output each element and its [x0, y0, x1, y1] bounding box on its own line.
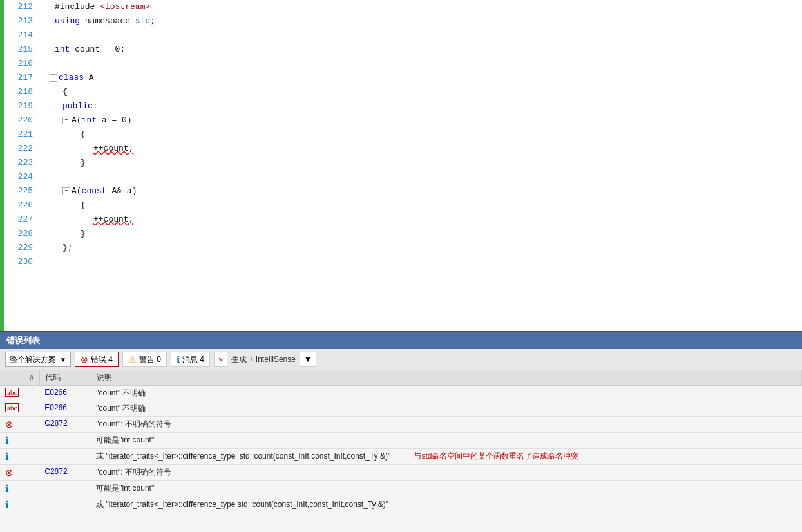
info-circle-icon: ℹ — [5, 435, 9, 446]
annotation-text: 与std命名空间中的某个函数重名了造成命名冲突 — [414, 451, 578, 461]
code-line-228: } — [44, 227, 802, 241]
col-header-code: 代码 — [39, 370, 91, 386]
table-row[interactable]: ⊗ C2872 "count": 不明确的符号 — [0, 465, 802, 481]
row-code-cell: E0266 — [39, 401, 91, 417]
col-header-icon — [0, 370, 24, 386]
line-numbers: 212 213 214 215 216 217 218 219 220 221 … — [4, 0, 39, 331]
row-icon-cell: abc — [0, 401, 24, 417]
row-desc-cell: "count": 不明确的符号 — [91, 417, 801, 433]
code-line-226: { — [44, 198, 802, 213]
row-num-cell — [24, 465, 39, 481]
row-num-cell — [24, 417, 39, 433]
row-desc-cell: "count" 不明确 — [91, 386, 801, 401]
table-header-row: # 代码 说明 — [0, 370, 802, 386]
row-desc-cell: "count": 不明确的符号 — [91, 465, 801, 481]
table-row-sub1: ℹ 可能是"int count" — [0, 433, 802, 449]
code-line-229: }; — [44, 241, 802, 255]
col-header-desc: 说明 — [91, 370, 801, 386]
clear-button[interactable]: ✕ — [214, 352, 227, 367]
code-line-230 — [44, 255, 802, 269]
table-row[interactable]: ⊗ C2872 "count": 不明确的符号 — [0, 417, 802, 433]
row-num-cell — [24, 386, 39, 401]
collapse-217[interactable]: − — [50, 74, 57, 82]
code-line-220: − A(int a = 0) — [44, 113, 802, 128]
scope-selector[interactable]: 整个解决方案 ▼ — [5, 352, 71, 367]
build-dropdown[interactable]: ▼ — [300, 352, 316, 367]
code-line-218: { — [44, 85, 802, 99]
row-icon-cell: ⊗ — [0, 417, 24, 433]
info-circle-icon4: ℹ — [5, 499, 9, 510]
code-line-214 — [44, 28, 802, 43]
abc-icon: abc — [5, 403, 19, 412]
row-icon-cell: ℹ — [0, 481, 24, 497]
row-num-cell — [24, 481, 39, 497]
row-icon-cell: ℹ — [0, 449, 24, 465]
error-icon: ⊗ — [81, 354, 88, 365]
code-editor: 212 213 214 215 216 217 218 219 220 221 … — [0, 0, 802, 332]
error-panel-title: 错误列表 — [0, 332, 802, 349]
row-icon-cell: ℹ — [0, 497, 24, 513]
build-dropdown-arrow: ▼ — [304, 355, 312, 364]
collapse-220[interactable]: − — [62, 117, 70, 124]
row-num-cell — [24, 449, 39, 465]
row-code-cell — [39, 497, 91, 513]
code-line-222: ++count; — [44, 142, 802, 156]
row-num-cell — [24, 497, 39, 513]
code-line-213: using namespace std; — [44, 14, 802, 28]
row-code-cell — [39, 481, 91, 497]
row-code-cell: E0266 — [39, 386, 91, 401]
row-code-cell — [39, 449, 91, 465]
info-icon: ℹ — [177, 354, 180, 365]
abc-icon: abc — [5, 388, 19, 397]
code-line-216 — [44, 57, 802, 71]
row-desc-cell: 或 "iterator_traits<_Iter>::difference_ty… — [91, 449, 801, 465]
row-desc-cell: 可能是"int count" — [91, 433, 801, 449]
table-row-sub4: ℹ 或 "iterator_traits<_Iter>::difference_… — [0, 497, 802, 513]
code-line-217: − class A — [44, 71, 802, 85]
row-icon-cell: ℹ — [0, 433, 24, 449]
code-line-221: { — [44, 128, 802, 142]
build-label: 生成 + IntelliSense — [231, 354, 296, 365]
code-content: #include <iostream> using namespace std;… — [39, 0, 802, 331]
error-toolbar: 整个解决方案 ▼ ⊗ 错误 4 ⚠ 警告 0 ℹ 消息 4 ✕ — [0, 349, 802, 370]
highlighted-code: std::count(const_InIt,const_InIt,const_T… — [238, 451, 392, 461]
info-circle-icon3: ℹ — [5, 483, 9, 494]
code-line-219: public: — [44, 99, 802, 113]
col-header-num: # — [24, 370, 39, 386]
row-desc-cell: 可能是"int count" — [91, 481, 801, 497]
code-line-225: − A(const A& a) — [44, 184, 802, 198]
table-row[interactable]: abc E0266 "count" 不明确 — [0, 386, 802, 401]
table-row-sub3: ℹ 可能是"int count" — [0, 481, 802, 497]
code-line-215: int count = 0; — [44, 43, 802, 57]
scope-dropdown-arrow: ▼ — [60, 356, 66, 363]
info-filter-button[interactable]: ℹ 消息 4 — [171, 352, 210, 367]
info-circle-icon2: ℹ — [5, 451, 9, 462]
error-circle-icon: ⊗ — [5, 419, 14, 430]
row-code-cell: C2872 — [39, 417, 91, 433]
code-line-212: #include <iostream> — [44, 0, 802, 14]
main-container: 212 213 214 215 216 217 218 219 220 221 … — [0, 0, 802, 532]
error-circle-icon: ⊗ — [5, 467, 14, 478]
table-row[interactable]: abc E0266 "count" 不明确 — [0, 401, 802, 417]
clear-icon: ✕ — [218, 355, 223, 365]
row-code-cell — [39, 433, 91, 449]
row-icon-cell: ⊗ — [0, 465, 24, 481]
error-table: # 代码 说明 abc — [0, 370, 802, 532]
error-filter-button[interactable]: ⊗ 错误 4 — [75, 352, 119, 367]
warning-filter-button[interactable]: ⚠ 警告 0 — [122, 352, 167, 367]
error-panel: 错误列表 整个解决方案 ▼ ⊗ 错误 4 ⚠ 警告 0 ℹ 消息 4 — [0, 332, 802, 532]
collapse-225[interactable]: − — [62, 187, 70, 195]
row-desc-cell: 或 "iterator_traits<_Iter>::difference_ty… — [91, 497, 801, 513]
row-code-cell: C2872 — [39, 465, 91, 481]
warning-icon: ⚠ — [128, 354, 137, 365]
row-num-cell — [24, 433, 39, 449]
row-icon-cell: abc — [0, 386, 24, 401]
row-desc-cell: "count" 不明确 — [91, 401, 801, 417]
code-line-227: ++count; — [44, 213, 802, 227]
table-row-sub2: ℹ 或 "iterator_traits<_Iter>::difference_… — [0, 449, 802, 465]
code-line-224 — [44, 170, 802, 184]
code-line-223: } — [44, 156, 802, 170]
row-num-cell — [24, 401, 39, 417]
